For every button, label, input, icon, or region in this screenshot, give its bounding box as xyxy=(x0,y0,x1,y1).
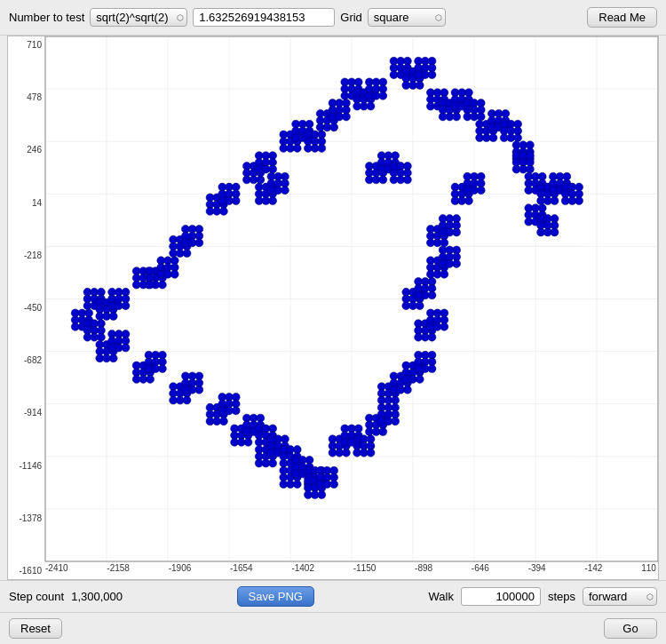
y-label: -682 xyxy=(10,355,42,365)
y-label: -1146 xyxy=(10,461,42,471)
x-label: -1654 xyxy=(230,563,253,579)
grid-select-wrapper[interactable]: square triangular hexagonal xyxy=(368,8,446,27)
y-label: 246 xyxy=(10,145,42,155)
main-canvas xyxy=(8,36,658,579)
grid-select[interactable]: square triangular hexagonal xyxy=(368,8,446,27)
direction-select[interactable]: forward backward xyxy=(583,587,657,606)
save-png-button[interactable]: Save PNG xyxy=(237,586,314,607)
readme-button[interactable]: Read Me xyxy=(587,7,657,28)
reset-button[interactable]: Reset xyxy=(9,618,62,639)
y-label: -450 xyxy=(10,303,42,313)
bottom-bar-2: Reset Go xyxy=(0,612,666,644)
x-label: -394 xyxy=(528,563,546,579)
step-count-label: Step count xyxy=(9,590,64,603)
y-label: 14 xyxy=(10,198,42,208)
top-bar: Number to test sqrt(2)^sqrt(2) e pi cust… xyxy=(0,0,666,36)
y-label: -218 xyxy=(10,250,42,260)
app-window: Number to test sqrt(2)^sqrt(2) e pi cust… xyxy=(0,0,666,644)
number-select[interactable]: sqrt(2)^sqrt(2) e pi custom xyxy=(90,8,187,27)
canvas-area: 71047824614-218-450-682-914-1146-1378-16… xyxy=(7,36,659,580)
y-label: -1610 xyxy=(10,566,42,576)
number-label: Number to test xyxy=(9,11,84,24)
y-axis-labels: 71047824614-218-450-682-914-1146-1378-16… xyxy=(8,36,44,579)
direction-select-wrapper[interactable]: forward backward xyxy=(583,587,657,606)
x-label: -1150 xyxy=(353,563,377,579)
x-label: -898 xyxy=(415,563,432,579)
x-label: -1402 xyxy=(291,563,314,579)
x-label: -142 xyxy=(584,563,602,579)
x-label: -646 xyxy=(472,563,489,579)
steps-label: steps xyxy=(548,590,575,603)
y-label: 478 xyxy=(10,92,42,102)
x-axis-labels: -2410-2158-1906-1654-1402-1150-898-646-3… xyxy=(44,563,658,579)
x-label: -2410 xyxy=(45,563,68,579)
y-label: -1378 xyxy=(10,513,42,523)
grid-label: Grid xyxy=(340,11,362,24)
walk-input[interactable] xyxy=(461,587,541,606)
go-button[interactable]: Go xyxy=(604,618,657,639)
walk-label: Walk xyxy=(429,590,454,603)
number-value-input[interactable] xyxy=(193,8,335,27)
x-label: 110 xyxy=(641,563,656,579)
x-label: -1906 xyxy=(169,563,192,579)
y-label: -914 xyxy=(10,408,42,417)
x-label: -2158 xyxy=(107,563,130,579)
step-count-value: 1,300,000 xyxy=(71,590,123,603)
y-label: 710 xyxy=(10,40,42,50)
bottom-bar-1: Step count 1,300,000 Save PNG Walk steps… xyxy=(0,580,666,612)
number-select-wrapper[interactable]: sqrt(2)^sqrt(2) e pi custom xyxy=(90,8,187,27)
